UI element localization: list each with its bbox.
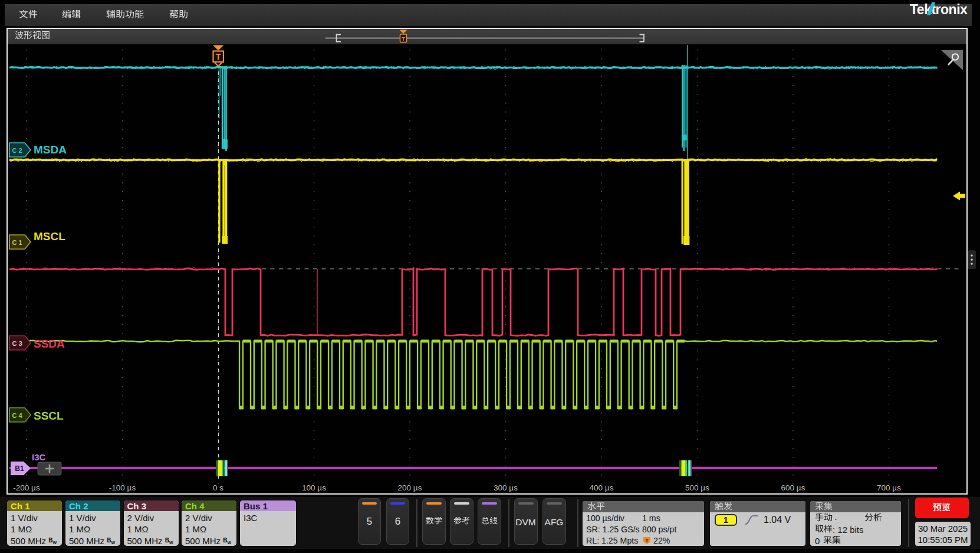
svg-text:T: T (645, 538, 649, 544)
